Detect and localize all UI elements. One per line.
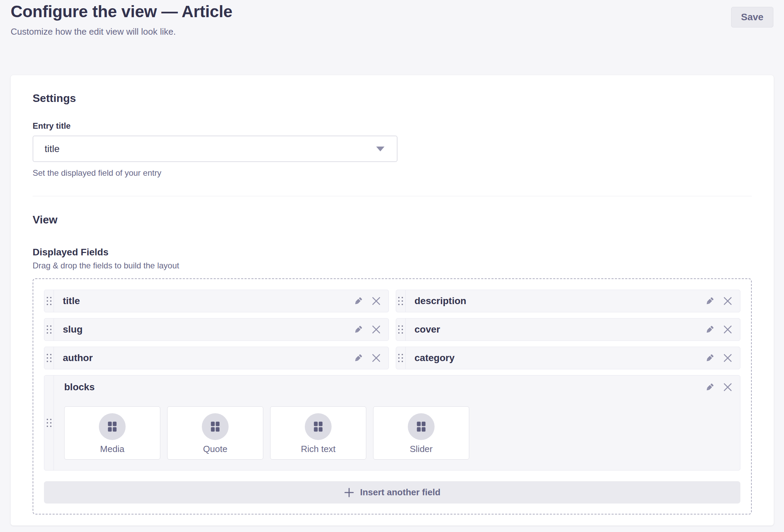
pencil-icon — [705, 353, 715, 363]
field-row-title[interactable]: title — [44, 290, 389, 312]
pencil-icon — [354, 296, 363, 306]
edit-field-button[interactable] — [703, 351, 717, 365]
pencil-icon — [705, 382, 715, 392]
dynamic-zone-components: Media Quote Rich text — [64, 406, 735, 460]
drag-handle-icon[interactable] — [44, 290, 54, 312]
grid-icon — [211, 421, 220, 432]
pencil-icon — [354, 353, 363, 363]
close-icon — [723, 382, 733, 392]
entry-title-select-value: title — [45, 143, 60, 154]
field-label: category — [415, 352, 455, 363]
fields-grid: title description — [44, 290, 740, 471]
page-title: Configure the view — Article — [11, 2, 773, 21]
close-icon — [723, 296, 733, 306]
grid-icon — [108, 421, 117, 432]
grid-icon — [417, 421, 426, 432]
component-label: Rich text — [301, 444, 335, 454]
close-icon — [723, 353, 733, 363]
edit-field-button[interactable] — [351, 323, 365, 336]
entry-title-select[interactable]: title — [33, 136, 397, 162]
drag-handle-icon[interactable] — [396, 319, 406, 340]
remove-field-button[interactable] — [721, 294, 735, 308]
close-icon — [371, 296, 381, 306]
remove-field-button[interactable] — [369, 294, 383, 308]
page-subtitle: Customize how the edit view will look li… — [11, 26, 773, 37]
chevron-down-icon — [376, 147, 384, 151]
edit-field-button[interactable] — [703, 294, 717, 308]
field-row-category[interactable]: category — [396, 347, 741, 369]
edit-field-button[interactable] — [351, 351, 365, 365]
remove-field-button[interactable] — [369, 323, 383, 336]
remove-field-button[interactable] — [369, 351, 383, 365]
drag-handle-icon[interactable] — [44, 319, 54, 340]
close-icon — [723, 325, 733, 334]
field-row-description[interactable]: description — [396, 290, 741, 312]
insert-another-field-button[interactable]: Insert another field — [44, 481, 740, 504]
field-label: description — [415, 296, 466, 307]
dynamic-zone-label: blocks — [64, 382, 95, 393]
remove-field-button[interactable] — [721, 351, 735, 365]
edit-field-button[interactable] — [351, 294, 365, 308]
pencil-icon — [705, 296, 715, 306]
component-label: Slider — [410, 444, 433, 454]
component-icon-circle — [202, 413, 229, 440]
plus-icon — [344, 487, 354, 498]
field-label: title — [63, 296, 80, 307]
settings-section-title: Settings — [33, 91, 752, 105]
component-label: Media — [100, 444, 125, 454]
component-card-media[interactable]: Media — [64, 406, 160, 460]
pencil-icon — [705, 325, 715, 334]
drag-handle-icon[interactable] — [44, 347, 54, 369]
component-icon-circle — [408, 413, 435, 440]
component-card-quote[interactable]: Quote — [167, 406, 263, 460]
component-icon-circle — [99, 413, 126, 440]
remove-field-button[interactable] — [721, 323, 735, 336]
page-header: Configure the view — Article Customize h… — [0, 0, 784, 37]
field-row-author[interactable]: author — [44, 347, 389, 369]
component-card-rich-text[interactable]: Rich text — [270, 406, 366, 460]
edit-field-button[interactable] — [703, 380, 717, 394]
remove-field-button[interactable] — [721, 380, 735, 394]
drag-handle-icon[interactable] — [44, 375, 54, 470]
displayed-fields-title: Displayed Fields — [33, 246, 752, 258]
view-section-title: View — [33, 213, 752, 227]
drag-handle-icon[interactable] — [396, 290, 406, 312]
entry-title-hint: Set the displayed field of your entry — [33, 168, 752, 178]
field-label: cover — [415, 324, 440, 335]
section-divider — [33, 196, 752, 196]
component-card-slider[interactable]: Slider — [373, 406, 469, 460]
close-icon — [371, 325, 381, 334]
component-label: Quote — [203, 444, 228, 454]
component-icon-circle — [305, 413, 332, 440]
edit-field-button[interactable] — [703, 323, 717, 336]
field-row-slug[interactable]: slug — [44, 318, 389, 341]
field-label: author — [63, 352, 93, 363]
grid-icon — [314, 421, 323, 432]
save-button[interactable]: Save — [731, 7, 773, 27]
close-icon — [371, 353, 381, 363]
field-row-blocks[interactable]: blocks Media — [44, 375, 740, 471]
drag-handle-icon[interactable] — [396, 347, 406, 369]
main-card: Settings Entry title title Set the displ… — [11, 75, 774, 525]
insert-another-field-label: Insert another field — [360, 487, 440, 498]
displayed-fields-hint: Drag & drop the fields to build the layo… — [33, 261, 752, 271]
fields-dropzone: title description — [33, 278, 752, 514]
field-label: slug — [63, 324, 83, 335]
field-row-cover[interactable]: cover — [396, 318, 741, 341]
entry-title-label: Entry title — [33, 121, 752, 131]
pencil-icon — [354, 325, 363, 334]
